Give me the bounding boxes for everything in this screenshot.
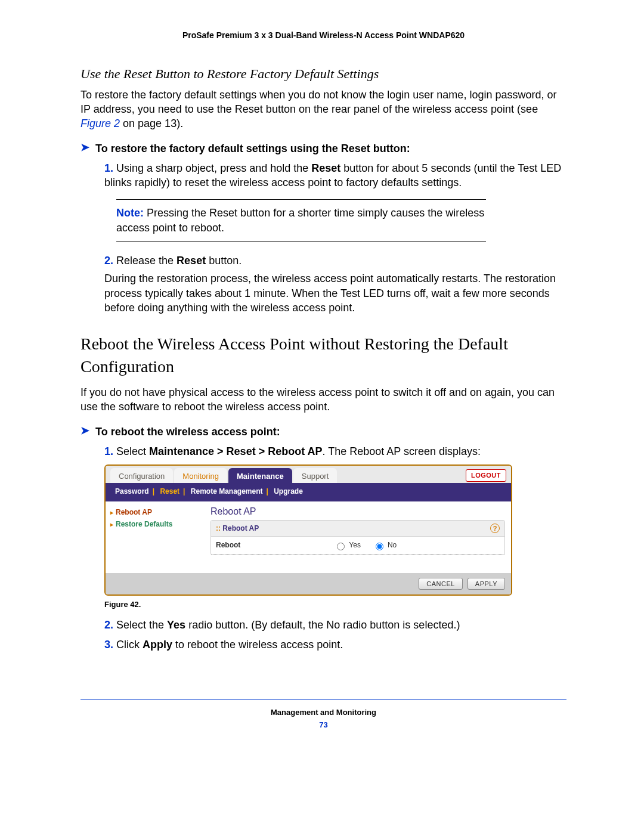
caret-icon: ▸ — [110, 521, 113, 528]
sub-nav: Password| Reset| Remote Management| Upgr… — [106, 483, 511, 501]
radio-yes[interactable]: Yes — [334, 540, 361, 550]
radio-no[interactable]: No — [373, 540, 397, 550]
document-page: ProSafe Premium 3 x 3 Dual-Band Wireless… — [0, 0, 644, 833]
procedure-heading-reboot: ➤ To reboot the wireless access point: — [80, 425, 566, 439]
ui-screenshot: Configuration Monitoring Maintenance Sup… — [104, 465, 512, 596]
radio-group: Yes No — [334, 540, 500, 550]
step-item: 2. Release the Reset button. During the … — [104, 253, 566, 315]
sidebar: ▸Reboot AP ▸Restore Defaults — [106, 501, 210, 573]
step-number: 2. — [104, 619, 113, 631]
section-title-reset-button: Use the Reset Button to Restore Factory … — [80, 65, 566, 83]
step-item: 1. Select Maintenance > Reset > Reboot A… — [104, 444, 566, 459]
note-body: Pressing the Reset button for a shorter … — [116, 207, 484, 233]
tab-maintenance[interactable]: Maintenance — [228, 468, 292, 484]
subnav-reset[interactable]: Reset — [156, 487, 183, 496]
steps-list-reset-cont: 2. Release the Reset button. During the … — [80, 253, 566, 315]
step-item: 1. Using a sharp object, press and hold … — [104, 161, 566, 190]
footer-rule — [80, 699, 566, 700]
step-item: 2. Select the Yes radio button. (By defa… — [104, 618, 566, 632]
panel-reboot-ap: :: Reboot AP ? Reboot Yes No — [210, 520, 505, 555]
content-title: Reboot AP — [210, 505, 505, 518]
step-number: 1. — [104, 162, 113, 174]
ui-footer: CANCEL APPLY — [106, 573, 511, 594]
intro-paragraph-reboot: If you do not have physical access to th… — [80, 385, 566, 414]
page-number: 73 — [80, 720, 566, 730]
note-label: Note: — [116, 207, 144, 219]
note-box: Note: Pressing the Reset button for a sh… — [116, 199, 486, 241]
section-title-reboot: Reboot the Wireless Access Point without… — [80, 333, 566, 378]
subnav-remote-management[interactable]: Remote Management — [187, 487, 267, 496]
sidebar-item-restore-defaults[interactable]: ▸Restore Defaults — [110, 519, 206, 529]
step-item: 3. Click Apply to reboot the wireless ac… — [104, 637, 566, 652]
tab-monitoring[interactable]: Monitoring — [174, 468, 227, 484]
content-pane: Reboot AP :: Reboot AP ? Reboot Yes — [210, 501, 511, 573]
subnav-password[interactable]: Password — [112, 487, 153, 496]
steps-list-reboot-cont: 2. Select the Yes radio button. (By defa… — [80, 618, 566, 652]
step-number: 1. — [104, 445, 113, 457]
procedure-heading-reset: ➤ To restore the factory default setting… — [80, 141, 566, 156]
cancel-button[interactable]: CANCEL — [419, 578, 463, 590]
radio-no-input[interactable] — [376, 543, 383, 550]
steps-list-reboot: 1. Select Maintenance > Reset > Reboot A… — [80, 444, 566, 459]
footer-title: Management and Monitoring — [80, 707, 566, 718]
steps-list-reset: 1. Using a sharp object, press and hold … — [80, 161, 566, 190]
help-icon[interactable]: ? — [490, 524, 500, 533]
panel-row-reboot: Reboot Yes No — [211, 537, 504, 554]
sidebar-item-reboot-ap[interactable]: ▸Reboot AP — [110, 507, 206, 517]
arrow-icon: ➤ — [80, 141, 89, 154]
figure-link[interactable]: Figure 2 — [80, 117, 120, 129]
intro-paragraph: To restore the factory default settings … — [80, 88, 566, 131]
logout-button[interactable]: LOGOUT — [466, 469, 506, 482]
row-label: Reboot — [216, 540, 334, 550]
caret-icon: ▸ — [110, 509, 113, 516]
tab-support[interactable]: Support — [293, 468, 338, 484]
step-number: 2. — [104, 255, 113, 267]
arrow-icon: ➤ — [80, 425, 89, 438]
page-footer: Management and Monitoring 73 — [80, 699, 566, 730]
panel-header: :: Reboot AP ? — [211, 521, 504, 537]
step-paragraph: During the restoration process, the wire… — [104, 271, 566, 315]
figure-caption: Figure 42. — [104, 599, 566, 610]
ui-body: ▸Reboot AP ▸Restore Defaults Reboot AP :… — [106, 501, 511, 573]
tab-bar: Configuration Monitoring Maintenance Sup… — [106, 466, 511, 484]
radio-yes-input[interactable] — [337, 543, 345, 550]
running-header: ProSafe Premium 3 x 3 Dual-Band Wireless… — [80, 30, 566, 41]
tab-configuration[interactable]: Configuration — [110, 468, 173, 484]
step-number: 3. — [104, 639, 113, 651]
apply-button[interactable]: APPLY — [467, 578, 505, 590]
subnav-upgrade[interactable]: Upgrade — [270, 487, 306, 496]
